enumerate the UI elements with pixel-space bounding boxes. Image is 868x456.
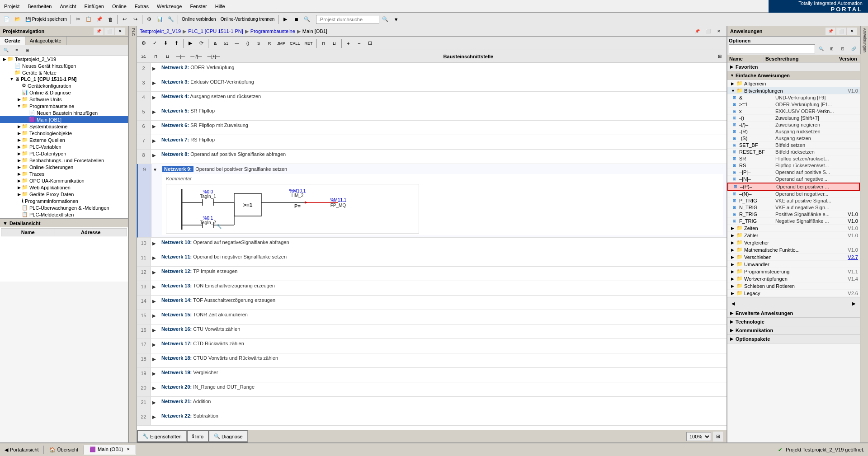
inst-item-n-coil[interactable]: ⊞ –(N)– Operand bei negativer... <box>727 191 860 197</box>
tb-online-2[interactable]: ⏹ <box>291 14 301 24</box>
network-expand-13[interactable]: ▶ <box>151 281 158 295</box>
network-title-17[interactable]: Netzwerk 17: <box>161 341 192 346</box>
breadcrumb-part1[interactable]: PLC_1 [CPU 1511-1 PN] <box>188 28 243 34</box>
tab-uebersicht[interactable]: 🏠 Übersicht <box>44 446 84 454</box>
net-tb-negate[interactable]: —|/|— <box>189 52 203 61</box>
ed-btn-check[interactable]: ✓ <box>150 38 160 48</box>
ed-btn-jump[interactable]: JMP <box>275 38 287 48</box>
inst-search-btn2[interactable]: ⊞ <box>827 44 837 53</box>
optionspakete-section[interactable]: ▶ Optionspakete <box>727 335 860 343</box>
inst-item-assign[interactable]: ⊞ -() Zuweisung [Shift+7] <box>727 115 860 122</box>
info-btn[interactable]: ℹ Info <box>187 430 208 442</box>
search-options-button[interactable]: ▼ <box>391 14 401 24</box>
open-button[interactable]: 📂 <box>13 14 23 24</box>
menu-einfuegen[interactable]: Einfügen <box>83 3 105 9</box>
network-title-20[interactable]: Netzwerk 20: <box>161 384 192 390</box>
network-title-2[interactable]: Netzwerk 2: <box>161 65 189 70</box>
menu-projekt[interactable]: Projekt <box>3 3 21 9</box>
verschieben-row[interactable]: ▶ 📁 Verschieben V2.7 <box>727 254 860 261</box>
network-expand-21[interactable]: ▶ <box>151 397 158 411</box>
network-expand-10[interactable]: ▶ <box>151 238 158 252</box>
menu-extras[interactable]: Extras <box>133 3 150 9</box>
bitverknuepfungen-row[interactable]: ▼ 📁 Bitverknüpfungen V1.0 <box>727 87 860 94</box>
tb-btn-3[interactable]: 🔧 <box>166 14 176 24</box>
ed-btn-open-branch[interactable]: ⊓ <box>319 38 329 48</box>
inst-search-btn4[interactable]: 🔗 <box>849 44 859 53</box>
network-expand-16[interactable]: ▶ <box>151 324 158 338</box>
right-pin-btn[interactable]: 📌 <box>826 28 835 35</box>
ed-btn-and[interactable]: & <box>210 38 220 48</box>
network-title-4[interactable]: Netzwerk 4: <box>161 94 189 99</box>
tb-online-3[interactable]: 🔍 <box>302 14 312 24</box>
net-tb-add[interactable]: ≥1 <box>139 52 149 61</box>
ed-btn-upload[interactable]: ⬆ <box>171 38 181 48</box>
network-expand-22[interactable]: ▶ <box>151 411 158 425</box>
favoriten-section[interactable]: ▶ Favoriten <box>727 63 860 71</box>
inst-item-sr[interactable]: ⊞ SR Flipflop setzen/rückset... <box>727 155 860 162</box>
inst-item-or[interactable]: ⊞ >=1 ODER-Verknüpfung [F1... <box>727 101 860 108</box>
tree-item-beobachtungs[interactable]: ▶ 📁 Beobachtungs- und Forcetabellen <box>0 157 128 164</box>
new-button[interactable]: 📄 <box>2 14 12 24</box>
inst-item-r-trig[interactable]: ⊞ R_TRIG Positive Signalflänke e... V1.0 <box>727 211 860 218</box>
tree-item-traces[interactable]: ▶ 📁 Traces <box>0 170 128 177</box>
tree-item-neues-geraet[interactable]: 📄 Neues Gerät hinzufügen <box>0 62 128 69</box>
zaehler-row[interactable]: ▶ 📁 Zähler V1.0 <box>727 232 860 239</box>
menu-fenster[interactable]: Fenster <box>189 3 208 9</box>
tree-item-plc-variablen[interactable]: ▶ 📁 PLC-Variablen <box>0 143 128 150</box>
umwandler-row[interactable]: ▶ 📁 Umwandler <box>727 261 860 268</box>
eigenschaften-btn[interactable]: 🔧 Eigenschaften <box>137 430 187 442</box>
network-title-22[interactable]: Netzwerk 22: <box>161 413 192 418</box>
inst-item-and[interactable]: ⊞ & UND-Verknüpfung [F9] <box>727 94 860 101</box>
tree-item-programmbausteine[interactable]: ▼ 📁 Programmbausteine <box>0 103 128 109</box>
tree-item-systembausteine[interactable]: ▶ 📁 Systembausteine <box>0 123 128 130</box>
center-float-btn[interactable]: ⬜ <box>703 28 713 35</box>
net-tb-no-op[interactable]: —|— <box>174 52 187 61</box>
net-tb-close-branch[interactable]: ⊔ <box>162 52 172 61</box>
redo-button[interactable]: ↪ <box>130 14 140 24</box>
ed-btn-download[interactable]: ⬇ <box>160 38 170 48</box>
ed-btn-reset[interactable]: ⟳ <box>196 38 206 48</box>
online-connect-button[interactable]: Online verbinden <box>180 14 218 24</box>
technologie-section[interactable]: ▶ Technologie <box>727 318 860 326</box>
wortverknuepfungen-row[interactable]: ▶ 📁 Wortverknüpfungen V1.4 <box>727 275 860 282</box>
inst-item-assign-neg[interactable]: ⊞ -(/)– Zuweisung negieren <box>727 122 860 128</box>
network-title-15[interactable]: Netzwerk 15: <box>161 312 192 317</box>
menu-bearbeiten[interactable]: Bearbeiten <box>26 3 53 9</box>
ed-btn-call[interactable]: CALL <box>288 38 302 48</box>
network-title-19[interactable]: Netzwerk 19: <box>161 370 192 375</box>
tree-item-opc-ua[interactable]: ▶ 📁 OPC UA-Kommunikation <box>0 177 128 184</box>
einfache-anweisungen-section[interactable]: ▼ Einfache Anweisungen <box>727 71 860 80</box>
online-disconnect-button[interactable]: Online-Verbindung trennen <box>219 14 277 24</box>
right-float-btn[interactable]: ⬜ <box>836 28 846 35</box>
right-close-btn[interactable]: ✕ <box>847 28 857 35</box>
inst-item-n-trig[interactable]: ⊞ N_TRIG VKE auf negative Sign... <box>727 204 860 211</box>
network-title-11[interactable]: Netzwerk 11: <box>161 254 192 259</box>
legacy-row[interactable]: ▶ 📁 Legacy V2.6 <box>727 290 860 297</box>
search-input[interactable] <box>316 15 379 24</box>
diagnose-btn[interactable]: 🔍 Diagnose <box>208 430 247 442</box>
network-expand-8[interactable]: ▶ <box>151 150 158 164</box>
network-title-21[interactable]: Netzwerk 21: <box>161 399 192 404</box>
portal-ansicht-btn[interactable]: ◀ Portalansicht <box>0 446 44 454</box>
center-pin-btn[interactable]: 📌 <box>692 28 702 35</box>
network-expand-6[interactable]: ▶ <box>151 121 158 135</box>
tree-item-plc-datentypen[interactable]: ▶ 📁 PLC-Datentypen <box>0 150 128 157</box>
panel-float-btn[interactable]: ⬜ <box>104 28 114 35</box>
net-tb-expand-all[interactable]: ⊞ <box>715 52 725 61</box>
network-expand-5[interactable]: ▶ <box>151 106 158 120</box>
inst-item-rs[interactable]: ⊞ RS Flipflop rücksetzen/set... <box>727 162 860 169</box>
ed-btn-ret[interactable]: RET <box>303 38 315 48</box>
net-tb-open-branch[interactable]: ⊓ <box>151 52 160 61</box>
tree-item-software-units[interactable]: ▶ 📁 Software Units <box>0 96 128 103</box>
tab-main-ob1-close[interactable]: ✕ <box>127 447 130 451</box>
tree-item-plc1[interactable]: ▼ 🖥 PLC_1 [CPU 1511-1 PN] <box>0 76 128 82</box>
vergleicher-row[interactable]: ▶ 📁 Vergleicher <box>727 239 860 246</box>
paste-button[interactable]: 📌 <box>94 14 104 24</box>
network-expand-4[interactable]: ▶ <box>151 92 158 106</box>
tree-item-geraete-proxy[interactable]: ▶ 📁 Geräte-Proxy-Daten <box>0 191 128 197</box>
tree-item-plc-meldetextlisten[interactable]: 📋 PLC-Meldetextlisten <box>0 211 128 218</box>
detail-arrow[interactable]: ▼ <box>3 221 8 226</box>
network-title-7[interactable]: Netzwerk 7: <box>161 137 189 142</box>
network-expand-3[interactable]: ▶ <box>151 77 158 91</box>
tree-view-btn2[interactable]: ⊞ <box>23 46 33 54</box>
